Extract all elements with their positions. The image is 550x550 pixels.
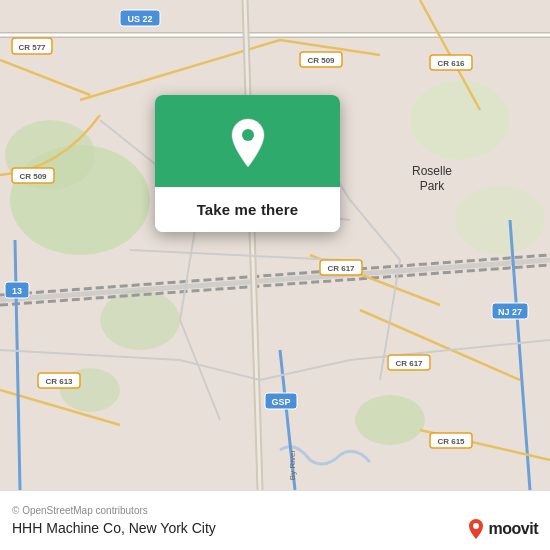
svg-point-36 (473, 523, 479, 529)
take-me-there-button[interactable]: Take me there (155, 187, 340, 232)
svg-text:CR 577: CR 577 (18, 43, 46, 52)
svg-point-7 (455, 185, 545, 255)
svg-text:CR 616: CR 616 (437, 59, 465, 68)
popup-green-section (155, 95, 340, 187)
svg-point-3 (100, 290, 180, 350)
location-label: HHH Machine Co, New York City (12, 520, 538, 536)
location-pin-icon (226, 117, 270, 169)
svg-text:13: 13 (12, 286, 22, 296)
svg-text:GSP: GSP (271, 397, 290, 407)
svg-text:CR 509: CR 509 (307, 56, 335, 65)
svg-text:Park: Park (420, 179, 446, 193)
bottom-bar: © OpenStreetMap contributors HHH Machine… (0, 490, 550, 550)
map-svg: US 22 CR 577 CR 509 CR 509 CR 616 Rosell… (0, 0, 550, 490)
svg-text:CR 509: CR 509 (19, 172, 47, 181)
moovit-pin-icon (467, 518, 485, 540)
map-attribution: © OpenStreetMap contributors (12, 505, 538, 516)
svg-point-4 (355, 395, 425, 445)
svg-text:CR 617: CR 617 (327, 264, 355, 273)
moovit-logo: moovit (467, 518, 538, 540)
map-container: US 22 CR 577 CR 509 CR 509 CR 616 Rosell… (0, 0, 550, 490)
popup-card: Take me there (155, 95, 340, 232)
svg-text:CR 617: CR 617 (395, 359, 423, 368)
svg-text:Roselle: Roselle (412, 164, 452, 178)
svg-text:US 22: US 22 (127, 14, 152, 24)
svg-text:CR 615: CR 615 (437, 437, 465, 446)
svg-text:CR 613: CR 613 (45, 377, 73, 386)
svg-point-35 (242, 129, 254, 141)
svg-text:NJ 27: NJ 27 (498, 307, 522, 317)
svg-text:By River: By River (288, 450, 297, 481)
svg-point-6 (410, 80, 510, 160)
moovit-text: moovit (489, 520, 538, 538)
